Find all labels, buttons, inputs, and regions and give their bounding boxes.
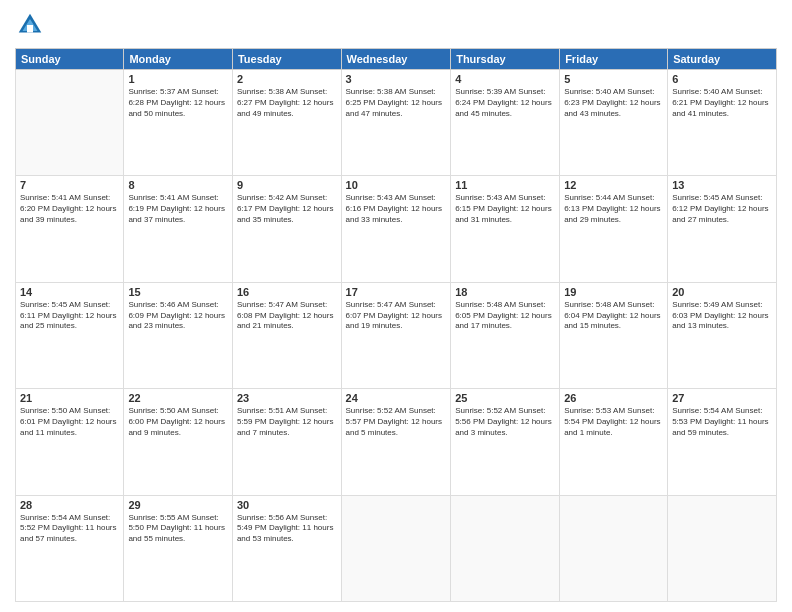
day-number: 7 (20, 179, 119, 191)
day-number: 11 (455, 179, 555, 191)
weekday-header: Saturday (668, 49, 777, 70)
calendar-cell (560, 495, 668, 601)
calendar-cell (341, 495, 451, 601)
day-number: 28 (20, 499, 119, 511)
day-number: 2 (237, 73, 337, 85)
week-row-3: 21Sunrise: 5:50 AM Sunset: 6:01 PM Dayli… (16, 389, 777, 495)
day-info: Sunrise: 5:45 AM Sunset: 6:12 PM Dayligh… (672, 193, 772, 225)
calendar-cell: 8Sunrise: 5:41 AM Sunset: 6:19 PM Daylig… (124, 176, 233, 282)
day-info: Sunrise: 5:37 AM Sunset: 6:28 PM Dayligh… (128, 87, 228, 119)
calendar-cell: 4Sunrise: 5:39 AM Sunset: 6:24 PM Daylig… (451, 70, 560, 176)
calendar-cell: 2Sunrise: 5:38 AM Sunset: 6:27 PM Daylig… (232, 70, 341, 176)
day-info: Sunrise: 5:44 AM Sunset: 6:13 PM Dayligh… (564, 193, 663, 225)
day-number: 22 (128, 392, 228, 404)
day-info: Sunrise: 5:53 AM Sunset: 5:54 PM Dayligh… (564, 406, 663, 438)
calendar-cell: 19Sunrise: 5:48 AM Sunset: 6:04 PM Dayli… (560, 282, 668, 388)
day-info: Sunrise: 5:41 AM Sunset: 6:20 PM Dayligh… (20, 193, 119, 225)
day-info: Sunrise: 5:38 AM Sunset: 6:25 PM Dayligh… (346, 87, 447, 119)
calendar-cell: 11Sunrise: 5:43 AM Sunset: 6:15 PM Dayli… (451, 176, 560, 282)
calendar-cell: 1Sunrise: 5:37 AM Sunset: 6:28 PM Daylig… (124, 70, 233, 176)
day-number: 1 (128, 73, 228, 85)
weekday-header: Tuesday (232, 49, 341, 70)
calendar-cell: 12Sunrise: 5:44 AM Sunset: 6:13 PM Dayli… (560, 176, 668, 282)
calendar-cell: 27Sunrise: 5:54 AM Sunset: 5:53 PM Dayli… (668, 389, 777, 495)
day-info: Sunrise: 5:39 AM Sunset: 6:24 PM Dayligh… (455, 87, 555, 119)
day-info: Sunrise: 5:54 AM Sunset: 5:53 PM Dayligh… (672, 406, 772, 438)
day-info: Sunrise: 5:43 AM Sunset: 6:15 PM Dayligh… (455, 193, 555, 225)
day-number: 8 (128, 179, 228, 191)
day-number: 21 (20, 392, 119, 404)
day-info: Sunrise: 5:48 AM Sunset: 6:04 PM Dayligh… (564, 300, 663, 332)
calendar-cell: 7Sunrise: 5:41 AM Sunset: 6:20 PM Daylig… (16, 176, 124, 282)
day-info: Sunrise: 5:46 AM Sunset: 6:09 PM Dayligh… (128, 300, 228, 332)
day-number: 25 (455, 392, 555, 404)
day-number: 10 (346, 179, 447, 191)
calendar-table: SundayMondayTuesdayWednesdayThursdayFrid… (15, 48, 777, 602)
day-number: 18 (455, 286, 555, 298)
calendar-cell: 18Sunrise: 5:48 AM Sunset: 6:05 PM Dayli… (451, 282, 560, 388)
day-info: Sunrise: 5:47 AM Sunset: 6:07 PM Dayligh… (346, 300, 447, 332)
day-info: Sunrise: 5:49 AM Sunset: 6:03 PM Dayligh… (672, 300, 772, 332)
calendar-cell: 10Sunrise: 5:43 AM Sunset: 6:16 PM Dayli… (341, 176, 451, 282)
week-row-1: 7Sunrise: 5:41 AM Sunset: 6:20 PM Daylig… (16, 176, 777, 282)
day-info: Sunrise: 5:48 AM Sunset: 6:05 PM Dayligh… (455, 300, 555, 332)
week-row-2: 14Sunrise: 5:45 AM Sunset: 6:11 PM Dayli… (16, 282, 777, 388)
day-number: 14 (20, 286, 119, 298)
day-number: 24 (346, 392, 447, 404)
day-info: Sunrise: 5:45 AM Sunset: 6:11 PM Dayligh… (20, 300, 119, 332)
day-number: 6 (672, 73, 772, 85)
day-number: 29 (128, 499, 228, 511)
calendar-cell: 26Sunrise: 5:53 AM Sunset: 5:54 PM Dayli… (560, 389, 668, 495)
day-number: 12 (564, 179, 663, 191)
logo-icon (15, 10, 45, 40)
day-info: Sunrise: 5:40 AM Sunset: 6:23 PM Dayligh… (564, 87, 663, 119)
day-number: 30 (237, 499, 337, 511)
header (15, 10, 777, 40)
calendar-cell (16, 70, 124, 176)
day-number: 5 (564, 73, 663, 85)
calendar-cell: 30Sunrise: 5:56 AM Sunset: 5:49 PM Dayli… (232, 495, 341, 601)
day-info: Sunrise: 5:54 AM Sunset: 5:52 PM Dayligh… (20, 513, 119, 545)
calendar-cell: 14Sunrise: 5:45 AM Sunset: 6:11 PM Dayli… (16, 282, 124, 388)
day-number: 3 (346, 73, 447, 85)
day-number: 16 (237, 286, 337, 298)
calendar-cell: 22Sunrise: 5:50 AM Sunset: 6:00 PM Dayli… (124, 389, 233, 495)
page: SundayMondayTuesdayWednesdayThursdayFrid… (0, 0, 792, 612)
day-info: Sunrise: 5:52 AM Sunset: 5:56 PM Dayligh… (455, 406, 555, 438)
week-row-0: 1Sunrise: 5:37 AM Sunset: 6:28 PM Daylig… (16, 70, 777, 176)
day-number: 27 (672, 392, 772, 404)
weekday-header: Monday (124, 49, 233, 70)
calendar-cell: 24Sunrise: 5:52 AM Sunset: 5:57 PM Dayli… (341, 389, 451, 495)
day-info: Sunrise: 5:43 AM Sunset: 6:16 PM Dayligh… (346, 193, 447, 225)
day-number: 4 (455, 73, 555, 85)
weekday-header: Thursday (451, 49, 560, 70)
day-info: Sunrise: 5:56 AM Sunset: 5:49 PM Dayligh… (237, 513, 337, 545)
calendar-cell: 28Sunrise: 5:54 AM Sunset: 5:52 PM Dayli… (16, 495, 124, 601)
day-info: Sunrise: 5:50 AM Sunset: 6:00 PM Dayligh… (128, 406, 228, 438)
calendar-cell: 6Sunrise: 5:40 AM Sunset: 6:21 PM Daylig… (668, 70, 777, 176)
weekday-header: Wednesday (341, 49, 451, 70)
calendar-cell: 5Sunrise: 5:40 AM Sunset: 6:23 PM Daylig… (560, 70, 668, 176)
day-number: 20 (672, 286, 772, 298)
calendar-cell (668, 495, 777, 601)
calendar-cell: 20Sunrise: 5:49 AM Sunset: 6:03 PM Dayli… (668, 282, 777, 388)
day-info: Sunrise: 5:42 AM Sunset: 6:17 PM Dayligh… (237, 193, 337, 225)
week-row-4: 28Sunrise: 5:54 AM Sunset: 5:52 PM Dayli… (16, 495, 777, 601)
day-info: Sunrise: 5:50 AM Sunset: 6:01 PM Dayligh… (20, 406, 119, 438)
weekday-header: Sunday (16, 49, 124, 70)
calendar-cell: 13Sunrise: 5:45 AM Sunset: 6:12 PM Dayli… (668, 176, 777, 282)
calendar-cell: 21Sunrise: 5:50 AM Sunset: 6:01 PM Dayli… (16, 389, 124, 495)
day-number: 13 (672, 179, 772, 191)
svg-rect-2 (27, 25, 33, 33)
calendar-cell: 3Sunrise: 5:38 AM Sunset: 6:25 PM Daylig… (341, 70, 451, 176)
calendar-cell: 15Sunrise: 5:46 AM Sunset: 6:09 PM Dayli… (124, 282, 233, 388)
day-number: 17 (346, 286, 447, 298)
calendar-cell (451, 495, 560, 601)
calendar-cell: 29Sunrise: 5:55 AM Sunset: 5:50 PM Dayli… (124, 495, 233, 601)
day-number: 19 (564, 286, 663, 298)
day-info: Sunrise: 5:38 AM Sunset: 6:27 PM Dayligh… (237, 87, 337, 119)
day-number: 9 (237, 179, 337, 191)
logo (15, 10, 47, 40)
calendar-cell: 17Sunrise: 5:47 AM Sunset: 6:07 PM Dayli… (341, 282, 451, 388)
weekday-header-row: SundayMondayTuesdayWednesdayThursdayFrid… (16, 49, 777, 70)
